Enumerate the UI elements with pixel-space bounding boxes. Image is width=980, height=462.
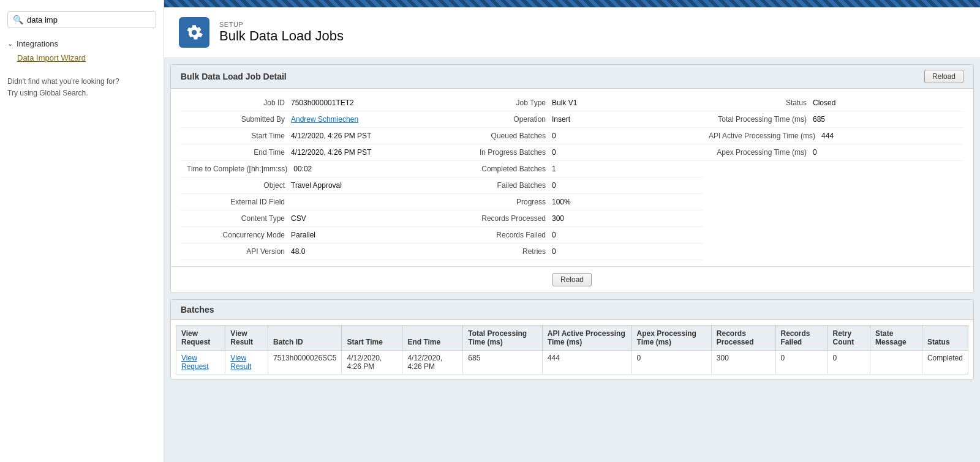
- time-to-complete-row: Time to Complete ([hh:]mm:ss) 00:02: [181, 161, 442, 177]
- col-view-result: View Result: [225, 326, 268, 351]
- col-retry-count: Retry Count: [827, 326, 870, 351]
- api-version-row: API Version 48.0: [181, 244, 442, 260]
- col-apex-processing-time: Apex Processing Time (ms): [631, 326, 711, 351]
- cell-retry-count: 0: [827, 351, 870, 374]
- concurrency-mode-label: Concurrency Mode: [187, 231, 291, 239]
- object-label: Object: [187, 181, 291, 190]
- records-failed-label: Records Failed: [448, 231, 552, 239]
- sidebar: 🔍 ⌄ Integrations Data Import Wizard Didn…: [0, 0, 164, 462]
- completed-batches-label: Completed Batches: [448, 165, 552, 173]
- api-version-label: API Version: [187, 247, 291, 256]
- completed-batches-value: 1: [552, 165, 556, 173]
- records-processed-label: Records Processed: [448, 214, 552, 223]
- cell-batch-id: 7513h0000026SC5: [268, 351, 342, 374]
- external-id-label: External ID Field: [187, 198, 291, 206]
- retries-label: Retries: [448, 247, 552, 256]
- gear-icon: [186, 24, 203, 41]
- cell-records-processed: 300: [711, 351, 775, 374]
- submitted-by-link[interactable]: Andrew Schmiechen: [291, 115, 358, 124]
- batches-table: View Request View Result Batch ID Start …: [176, 325, 968, 374]
- detail-col-1: Job ID 7503h000001TET2 Submitted By Andr…: [181, 95, 442, 260]
- concurrency-mode-row: Concurrency Mode Parallel: [181, 227, 442, 244]
- status-label: Status: [709, 99, 813, 107]
- api-active-processing-time-row: API Active Processing Time (ms) 444: [703, 128, 963, 144]
- page-title: Bulk Data Load Jobs: [219, 28, 344, 44]
- in-progress-batches-value: 0: [552, 148, 556, 157]
- start-time-label: Start Time: [187, 132, 291, 140]
- status-row: Status Closed: [703, 95, 963, 111]
- progress-value: 100%: [552, 198, 571, 206]
- cell-apex-processing-time: 0: [631, 351, 711, 374]
- batches-card-body: View Request View Result Batch ID Start …: [171, 320, 973, 379]
- sidebar-section-label: Integrations: [17, 39, 58, 48]
- concurrency-mode-value: Parallel: [291, 231, 315, 239]
- cell-state-message: [870, 351, 922, 374]
- col-batch-id: Batch ID: [268, 326, 342, 351]
- main-content: SETUP Bulk Data Load Jobs Bulk Data Load…: [164, 0, 980, 462]
- col-total-processing-time: Total Processing Time (ms): [463, 326, 542, 351]
- in-progress-batches-row: In Progress Batches 0: [442, 144, 703, 161]
- progress-label: Progress: [448, 198, 552, 206]
- cell-view-request: View Request: [176, 351, 225, 374]
- apex-processing-time-row: Apex Processing Time (ms) 0: [703, 144, 963, 161]
- time-to-complete-label: Time to Complete ([hh:]mm:ss): [187, 165, 293, 173]
- retries-row: Retries 0: [442, 244, 703, 260]
- apex-processing-time-value: 0: [813, 148, 817, 157]
- external-id-row: External ID Field: [181, 194, 442, 211]
- search-icon: 🔍: [13, 15, 23, 24]
- detail-col-3: Status Closed Total Processing Time (ms)…: [703, 95, 963, 260]
- detail-card-title: Bulk Data Load Job Detail: [181, 72, 287, 81]
- start-time-row: Start Time 4/12/2020, 4:26 PM PST: [181, 128, 442, 144]
- top-banner: [164, 0, 980, 7]
- col-start-time: Start Time: [342, 326, 402, 351]
- start-time-value: 4/12/2020, 4:26 PM PST: [291, 132, 371, 140]
- col-status: Status: [922, 326, 968, 351]
- end-time-label: End Time: [187, 148, 291, 157]
- total-processing-time-label: Total Processing Time (ms): [709, 115, 813, 124]
- records-processed-value: 300: [552, 214, 564, 223]
- total-processing-time-row: Total Processing Time (ms) 685: [703, 111, 963, 128]
- operation-row: Operation Insert: [442, 111, 703, 128]
- search-box[interactable]: 🔍: [7, 11, 156, 28]
- submitted-by-value: Andrew Schmiechen: [291, 115, 358, 124]
- view-request-link[interactable]: View Request: [181, 354, 209, 371]
- job-id-label: Job ID: [187, 99, 291, 107]
- search-input[interactable]: [27, 15, 151, 24]
- cell-view-result: View Result: [225, 351, 268, 374]
- failed-batches-label: Failed Batches: [448, 181, 552, 190]
- queued-batches-label: Queued Batches: [448, 132, 552, 140]
- queued-batches-value: 0: [552, 132, 556, 140]
- operation-value: Insert: [552, 115, 570, 124]
- reload-button-bottom[interactable]: Reload: [552, 273, 592, 286]
- queued-batches-row: Queued Batches 0: [442, 128, 703, 144]
- sidebar-section-integrations[interactable]: ⌄ Integrations: [0, 37, 164, 51]
- batches-card-title: Batches: [181, 305, 214, 315]
- api-version-value: 48.0: [291, 247, 305, 256]
- in-progress-batches-label: In Progress Batches: [448, 148, 552, 157]
- col-records-processed: Records Processed: [711, 326, 775, 351]
- records-failed-value: 0: [552, 231, 556, 239]
- content-type-row: Content Type CSV: [181, 211, 442, 227]
- job-type-value: Bulk V1: [552, 99, 577, 107]
- sidebar-item-data-import-wizard[interactable]: Data Import Wizard: [0, 51, 164, 65]
- detail-grid: Job ID 7503h000001TET2 Submitted By Andr…: [181, 95, 963, 260]
- chevron-down-icon: ⌄: [7, 40, 13, 48]
- sidebar-hint: Didn't find what you're looking for? Try…: [0, 65, 164, 110]
- object-row: Object Travel Approval: [181, 177, 442, 194]
- detail-col-2: Job Type Bulk V1 Operation Insert Queued…: [442, 95, 703, 260]
- job-type-row: Job Type Bulk V1: [442, 95, 703, 111]
- col-api-active-processing-time: API Active Processing Time (ms): [542, 326, 631, 351]
- col-state-message: State Message: [870, 326, 922, 351]
- reload-button-top[interactable]: Reload: [924, 70, 963, 83]
- detail-card-body: Job ID 7503h000001TET2 Submitted By Andr…: [171, 89, 973, 266]
- end-time-row: End Time 4/12/2020, 4:26 PM PST: [181, 144, 442, 161]
- api-active-processing-time-value: 444: [821, 132, 834, 140]
- job-id-value: 7503h000001TET2: [291, 99, 354, 107]
- records-failed-row: Records Failed 0: [442, 227, 703, 244]
- cell-api-active-processing-time: 444: [542, 351, 631, 374]
- apex-processing-time-label: Apex Processing Time (ms): [709, 148, 813, 157]
- total-processing-time-value: 685: [813, 115, 825, 124]
- end-time-value: 4/12/2020, 4:26 PM PST: [291, 148, 371, 157]
- view-result-link[interactable]: View Result: [230, 354, 251, 371]
- table-row: View Request View Result 7513h0000026SC5…: [176, 351, 968, 374]
